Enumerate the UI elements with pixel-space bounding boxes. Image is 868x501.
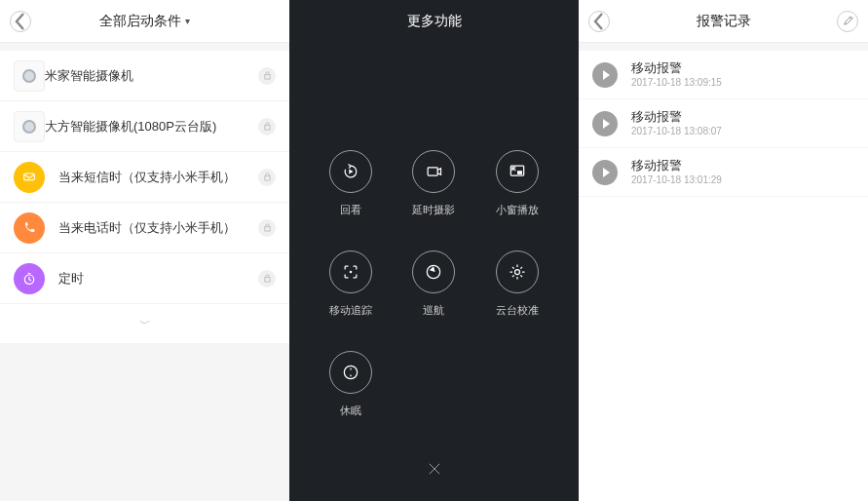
trigger-row[interactable]: 大方智能摄像机(1080P云台版) <box>0 101 289 152</box>
camera-icon <box>14 111 45 142</box>
back-button[interactable] <box>10 11 31 32</box>
trigger-row[interactable]: 当来电话时（仅支持小米手机） <box>0 203 289 253</box>
func-cruise[interactable]: 巡航 <box>412 250 455 318</box>
calibrate-icon <box>496 250 539 293</box>
back-button[interactable] <box>588 11 610 32</box>
trigger-label: 当来电话时（仅支持小米手机） <box>58 219 236 237</box>
func-label: 巡航 <box>423 303 444 318</box>
func-label: 休眠 <box>340 404 361 418</box>
svg-point-7 <box>515 270 520 275</box>
lock-icon <box>258 118 276 135</box>
sleep-icon <box>329 351 372 394</box>
trigger-row[interactable]: 米家智能摄像机 <box>0 51 289 101</box>
play-icon <box>592 160 618 185</box>
svg-rect-0 <box>24 173 35 180</box>
alarm-row[interactable]: 移动报警 2017-10-18 13:01:29 <box>579 148 868 197</box>
camera-icon <box>14 60 45 92</box>
svg-point-5 <box>350 271 353 274</box>
pencil-icon <box>843 16 853 26</box>
func-tracking[interactable]: 移动追踪 <box>329 250 372 318</box>
lock-icon <box>258 67 276 85</box>
edit-button[interactable] <box>837 11 858 32</box>
panel3-title: 报警记录 <box>697 13 751 30</box>
chevron-down-icon: ▾ <box>185 16 190 26</box>
panel-alarm-log: 报警记录 移动报警 2017-10-18 13:09:15 移动报警 2017-… <box>579 0 868 501</box>
panel1-title-dropdown[interactable]: 全部启动条件 ▾ <box>99 13 190 30</box>
cruise-icon <box>412 250 455 293</box>
svg-rect-4 <box>517 171 522 174</box>
timelapse-icon <box>412 150 455 193</box>
alarm-text: 移动报警 2017-10-18 13:09:15 <box>631 60 722 90</box>
alarm-row[interactable]: 移动报警 2017-10-18 13:08:07 <box>579 99 868 148</box>
lock-icon <box>258 270 276 288</box>
func-timelapse[interactable]: 延时摄影 <box>412 150 455 217</box>
func-label: 回看 <box>340 203 361 217</box>
func-sleep[interactable]: 休眠 <box>329 351 372 418</box>
func-label: 小窗播放 <box>496 203 539 217</box>
alarm-text: 移动报警 2017-10-18 13:08:07 <box>631 109 722 138</box>
phone-icon <box>14 212 45 244</box>
alarm-name: 移动报警 <box>631 60 722 77</box>
play-icon <box>592 111 618 136</box>
timer-icon <box>14 263 45 294</box>
trigger-label: 米家智能摄像机 <box>45 67 133 85</box>
svg-rect-2 <box>429 168 438 175</box>
panel-more-functions: 更多功能 回看 延时摄影 小窗播放 移动追踪 巡航 <box>289 0 579 501</box>
panel1-header: 全部启动条件 ▾ <box>0 0 289 43</box>
trigger-row[interactable]: 当来短信时（仅支持小米手机） <box>0 152 289 203</box>
replay-icon <box>329 150 372 193</box>
func-label: 延时摄影 <box>412 203 455 217</box>
alarm-time: 2017-10-18 13:09:15 <box>631 76 722 89</box>
trigger-label: 大方智能摄像机(1080P云台版) <box>45 118 216 135</box>
pip-icon <box>496 150 539 193</box>
spacer <box>0 43 289 51</box>
trigger-row[interactable]: 定时 <box>0 253 289 304</box>
func-pip[interactable]: 小窗播放 <box>496 150 539 217</box>
function-grid: 回看 延时摄影 小窗播放 移动追踪 巡航 云台校准 <box>289 43 579 418</box>
play-icon <box>592 62 618 88</box>
alarm-time: 2017-10-18 13:01:29 <box>631 173 722 186</box>
spacer <box>579 43 868 51</box>
alarm-text: 移动报警 2017-10-18 13:01:29 <box>631 158 722 187</box>
func-replay[interactable]: 回看 <box>329 150 372 217</box>
func-calibrate[interactable]: 云台校准 <box>496 250 539 318</box>
trigger-label: 当来短信时（仅支持小米手机） <box>58 169 236 186</box>
panel2-title: 更多功能 <box>407 13 462 30</box>
message-icon <box>14 162 45 193</box>
tracking-icon <box>329 250 372 293</box>
panel1-title: 全部启动条件 <box>99 13 181 30</box>
chevron-down-icon: ﹀ <box>139 316 151 332</box>
lock-icon <box>258 169 276 186</box>
func-label: 移动追踪 <box>329 303 372 318</box>
panel-triggers: 全部启动条件 ▾ 米家智能摄像机 大方智能摄像机(1080P云台版) 当来短信时… <box>0 0 289 501</box>
panel2-header: 更多功能 <box>289 0 579 43</box>
alarm-row[interactable]: 移动报警 2017-10-18 13:09:15 <box>579 51 868 99</box>
alarm-time: 2017-10-18 13:08:07 <box>631 125 722 137</box>
func-label: 云台校准 <box>496 303 539 318</box>
trigger-label: 定时 <box>58 270 84 288</box>
expand-more[interactable]: ﹀ <box>0 304 289 343</box>
close-button[interactable] <box>420 454 449 483</box>
close-icon <box>426 460 443 478</box>
alarm-name: 移动报警 <box>631 109 722 126</box>
lock-icon <box>258 219 276 237</box>
alarm-name: 移动报警 <box>631 158 722 174</box>
svg-point-8 <box>344 366 357 378</box>
panel3-header: 报警记录 <box>579 0 868 43</box>
